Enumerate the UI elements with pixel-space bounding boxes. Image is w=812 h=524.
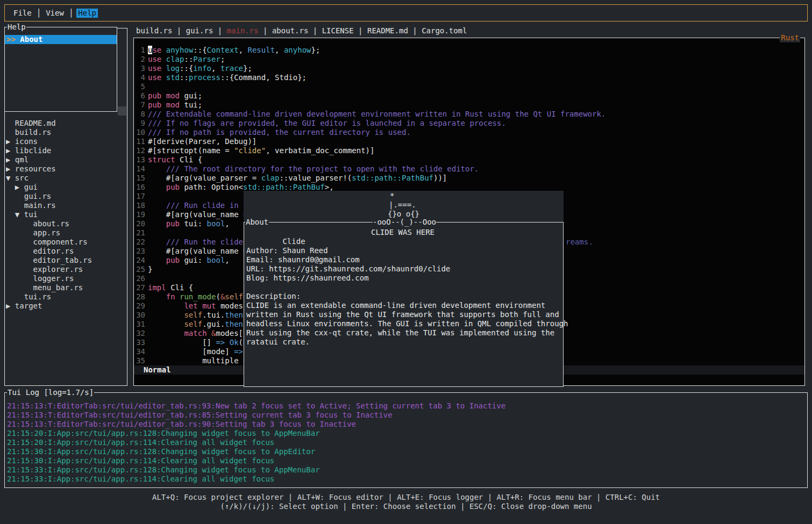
log-entry: 21:15:13:T:EditorTab:src/tui/editor_tab.… — [7, 411, 807, 420]
code-token: gui: — [180, 256, 207, 264]
code-line-12[interactable]: 12#[structopt(name = "clide", verbatim_d… — [134, 146, 804, 155]
menu-item-file[interactable]: File — [12, 9, 33, 18]
code-token: path: Option< — [180, 183, 243, 191]
editor-tab-cargo-toml[interactable]: Cargo.toml — [422, 26, 467, 35]
code-token: anyhow — [166, 46, 194, 54]
tree-item-gui[interactable]: ▶ gui — [6, 183, 127, 192]
code-line-9[interactable]: 9/// If no flags are provided, the GUI e… — [134, 119, 804, 128]
code-token — [161, 101, 166, 109]
code-line-8[interactable]: 8/// Extendable command-line driven deve… — [134, 110, 804, 119]
menu-item-help[interactable]: Help — [76, 9, 98, 18]
dropdown-item-about[interactable]: >> About — [5, 35, 117, 44]
code-token: bool — [207, 256, 225, 264]
code-token: pub — [166, 183, 180, 191]
code-text: struct Cli { — [148, 155, 202, 164]
tree-item-tui[interactable]: ▼ tui — [6, 210, 127, 219]
code-token: Context — [207, 46, 239, 54]
code-token: trace — [220, 64, 243, 73]
tree-item-label: gui — [24, 183, 38, 191]
code-token: } — [148, 265, 152, 274]
expand-arrow-icon[interactable]: ▼ — [6, 210, 24, 219]
code-line-2[interactable]: 2use clap::Parser; — [134, 55, 804, 64]
tree-item-explorer-rs[interactable]: explorer.rs — [6, 265, 127, 274]
tree-item-logger-rs[interactable]: logger.rs — [6, 274, 127, 283]
tree-item-editor-rs[interactable]: editor.rs — [6, 247, 127, 256]
code-line-10[interactable]: 10/// If no path is provided, the curren… — [134, 128, 804, 137]
code-line-3[interactable]: 3use log::{info, trace}; — [134, 64, 804, 73]
collapse-arrow-icon[interactable]: ▶ — [6, 302, 15, 310]
tree-indent — [6, 238, 33, 246]
tree-indent — [6, 119, 15, 127]
editor-tab-main-rs[interactable]: main.rs — [227, 26, 259, 35]
code-token: [] — [148, 338, 216, 347]
tree-item-main-rs[interactable]: main.rs — [6, 201, 127, 210]
code-token — [148, 302, 184, 310]
tree-item-about-rs[interactable]: about.rs — [6, 219, 127, 228]
code-token — [225, 338, 229, 347]
code-line-4[interactable]: 4use std::process::{Command, Stdio}; — [134, 73, 804, 82]
editor-tab-build-rs[interactable]: build.rs — [136, 26, 172, 35]
code-token: , — [225, 256, 229, 264]
tree-item-label: editor.rs — [33, 247, 74, 255]
tree-item-target[interactable]: ▶ target — [6, 302, 127, 311]
collapse-arrow-icon[interactable]: ▶ — [6, 155, 15, 164]
tree-item-app-rs[interactable]: app.rs — [6, 228, 127, 238]
code-token: => — [216, 338, 225, 347]
code-token: mut — [202, 302, 216, 310]
tree-item-gui-rs[interactable]: gui.rs — [6, 192, 127, 201]
about-dialog-content: Clide CLIDE WAS HERE Author: Shaun ReedE… — [244, 222, 563, 347]
code-line-13[interactable]: 13struct Cli { — [134, 155, 804, 164]
editor-tab-about-rs[interactable]: about.rs — [272, 26, 308, 35]
tree-item-libclide[interactable]: ▶ libclide — [6, 146, 127, 155]
tab-separator: | — [213, 26, 226, 35]
code-line-11[interactable]: 11#[derive(Parser, Debug)] — [134, 137, 804, 146]
tree-item-component-rs[interactable]: component.rs — [6, 238, 127, 247]
menu-item-view[interactable]: View — [44, 9, 66, 18]
line-number: 13 — [134, 155, 145, 164]
ascii-art-line: -ooO--(_)--Ooo — [373, 218, 436, 227]
code-line-7[interactable]: 7pub mod tui; — [134, 101, 804, 110]
explorer-scrollbar-thumb[interactable] — [118, 106, 126, 116]
editor-tab-license[interactable]: LICENSE — [322, 26, 354, 35]
tree-indent — [6, 192, 24, 200]
editor-tab-gui-rs[interactable]: gui.rs — [186, 26, 213, 35]
code-line-5[interactable]: 5 — [134, 82, 804, 91]
code-line-6[interactable]: 6pub mod gui; — [134, 91, 804, 101]
keybind-help-bar: ALT+Q: Focus project explorer | ALT+W: F… — [0, 489, 812, 511]
code-line-15[interactable]: 15 #[arg(value_parser = clap::value_pars… — [134, 174, 804, 183]
tree-item-tui-rs[interactable]: tui.rs — [6, 292, 127, 302]
collapse-arrow-icon[interactable]: ▶ — [6, 164, 15, 173]
code-token: #[derive(Parser, Debug)] — [148, 137, 257, 146]
tree-item-readme-md[interactable]: README.md — [6, 119, 127, 128]
line-number: 11 — [134, 137, 145, 146]
tree-item-editor-tab-rs[interactable]: editor_tab.rs — [6, 256, 127, 265]
tree-item-build-rs[interactable]: build.rs — [6, 128, 127, 137]
line-number: 12 — [134, 146, 145, 155]
line-number: 19 — [134, 210, 145, 219]
code-token — [198, 302, 202, 310]
about-dialog-line — [246, 237, 563, 246]
tree-item-qml[interactable]: ▶ qml — [6, 155, 127, 164]
line-number: 1 — [134, 46, 145, 55]
code-line-1[interactable]: 1use anyhow::{Context, Result, anyhow}; — [134, 46, 804, 55]
tree-item-menu-bar-rs[interactable]: menu_bar.rs — [6, 283, 127, 292]
code-token: /// Extendable command-line driven devel… — [148, 110, 606, 118]
collapse-arrow-icon[interactable]: ▶ — [6, 146, 15, 155]
editor-tab-readme-md[interactable]: README.md — [367, 26, 408, 35]
code-token: pub — [166, 219, 180, 228]
tree-item-resources[interactable]: ▶ resources — [6, 164, 127, 174]
collapse-arrow-icon[interactable]: ▶ — [6, 137, 15, 146]
code-token: , — [211, 64, 220, 73]
tree-indent — [6, 201, 24, 210]
tree-item-icons[interactable]: ▶ icons — [6, 137, 127, 146]
code-line-14[interactable]: 14 /// The root directory for the projec… — [134, 164, 804, 174]
code-text: self.gui.then( — [148, 320, 247, 329]
tree-item-label: build.rs — [15, 128, 51, 137]
line-number: 2 — [134, 55, 145, 64]
tree-item-src[interactable]: ▼ src — [6, 174, 127, 183]
collapse-arrow-icon[interactable]: ▶ — [6, 183, 24, 191]
expand-arrow-icon[interactable]: ▼ — [6, 174, 15, 182]
code-text: pub mod tui; — [148, 101, 202, 110]
tree-indent — [6, 274, 33, 283]
line-number: 7 — [134, 101, 145, 110]
